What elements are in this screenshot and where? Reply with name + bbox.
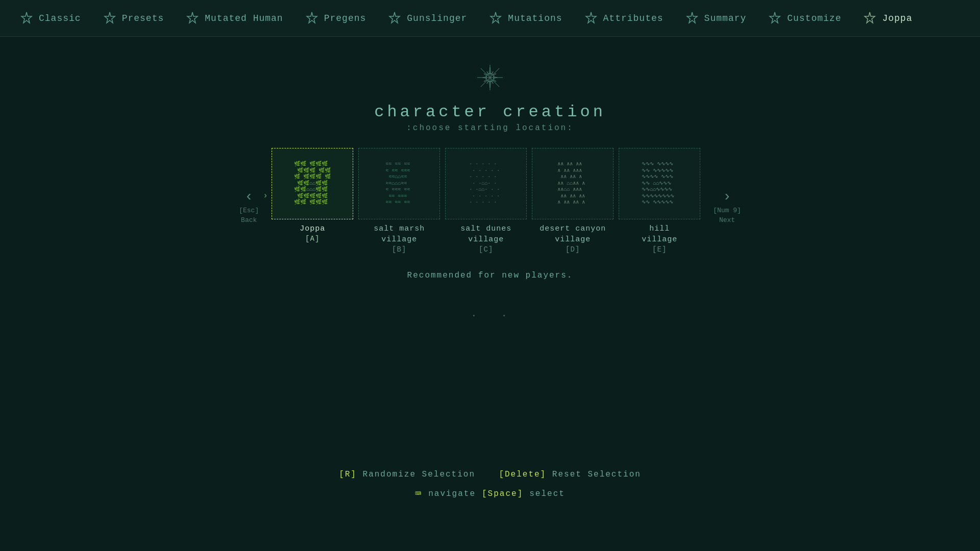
selection-arrow-icon: › bbox=[263, 191, 268, 201]
svg-marker-1 bbox=[105, 12, 115, 23]
nav-item-presets[interactable]: Presets bbox=[93, 6, 173, 31]
navigate-label: navigate bbox=[428, 489, 476, 498]
svg-marker-9 bbox=[865, 12, 875, 23]
nav-classic-label: Classic bbox=[39, 13, 81, 23]
randomize-key-bracket: [R] bbox=[339, 470, 357, 479]
joppa-icon bbox=[862, 10, 878, 27]
nav-item-attributes[interactable]: Attributes bbox=[575, 6, 672, 31]
nav-joppa-label: Joppa bbox=[882, 13, 912, 23]
next-label: Next bbox=[719, 216, 735, 224]
nav-item-customize[interactable]: Customize bbox=[758, 6, 849, 31]
nav-mutations-label: Mutations bbox=[508, 13, 562, 23]
navigate-row: ⌨ navigate [Space] select bbox=[0, 487, 980, 500]
salt-dunes-map: · · · · · · · · · · · · · · · · ·⌂⌂· · ·… bbox=[445, 148, 527, 219]
classic-icon bbox=[18, 10, 35, 27]
attributes-icon bbox=[583, 10, 599, 27]
nav-mutated-human-label: Mutated Human bbox=[205, 13, 283, 23]
svg-marker-6 bbox=[586, 12, 596, 23]
nav-item-summary[interactable]: Summary bbox=[676, 6, 755, 31]
nav-pregens-label: Pregens bbox=[324, 13, 366, 23]
location-salt-dunes[interactable]: · · · · · · · · · · · · · · · · ·⌂⌂· · ·… bbox=[443, 148, 529, 255]
controls-randomize-reset: [R] Randomize Selection [Delete] Reset S… bbox=[0, 470, 980, 479]
desert-canyon-map: ∧∧ ∧∧ ∧∧ ∧ ∧∧ ∧∧∧ ∧∧ ∧∧ ∧ ∧∧ ⌂⌂∧∧ ∧ ∧∧⌂⌂… bbox=[532, 148, 614, 219]
loading-indicator: · · bbox=[471, 311, 509, 321]
svg-marker-8 bbox=[770, 12, 780, 23]
nav-summary-label: Summary bbox=[704, 13, 747, 23]
nav-customize-label: Customize bbox=[787, 13, 841, 23]
num-key: [Num 9] bbox=[713, 207, 741, 214]
pregens-icon bbox=[304, 10, 320, 27]
recommendation-text: Recommended for new players. bbox=[407, 271, 573, 280]
space-key: [Space] bbox=[482, 489, 523, 498]
mutated-human-icon bbox=[184, 10, 201, 27]
svg-marker-4 bbox=[389, 12, 400, 23]
nav-item-pregens[interactable]: Pregens bbox=[296, 6, 375, 31]
select-label: select bbox=[529, 489, 565, 498]
svg-marker-2 bbox=[187, 12, 198, 23]
bottom-controls: [R] Randomize Selection [Delete] Reset S… bbox=[0, 470, 980, 500]
hill-map: ∿∿∿ ∿∿∿∿ ∿∿ ∿∿∿∿∿ ∿∿∿∿ ∿∿∿ ∿∿ ⌂⌂∿∿∿ ∿∿⌂⌂… bbox=[619, 148, 700, 219]
emblem-icon bbox=[475, 62, 505, 98]
joppa-name: Joppa [A] bbox=[300, 223, 325, 244]
nav-item-gunslinger[interactable]: Gunslinger bbox=[378, 6, 475, 31]
svg-marker-3 bbox=[307, 12, 317, 23]
hill-village-name: hill village [E] bbox=[642, 223, 677, 255]
nav-item-mutations[interactable]: Mutations bbox=[479, 6, 570, 31]
locations-wrapper: ‹ [Esc] Back › 🌿🌿 🌿🌿🌿 🌿🌿🌿 🌿🌿 🌿 🌿🌿🌿 🌿 🌿🌿⌂… bbox=[229, 148, 751, 265]
location-salt-marsh[interactable]: ≈≈ ≈≈ ≈≈ ≈ ≈≈ ≈≈≈ ≈≈⌂⌂≈≈ ≈≈⌂⌂⌂≈≈ ≈ ≈≈≈ ≈… bbox=[356, 148, 443, 255]
location-joppa[interactable]: › 🌿🌿 🌿🌿🌿 🌿🌿🌿 🌿🌿 🌿 🌿🌿🌿 🌿 🌿🌿⌂⌂🌿🌿 🌿🌿⌂⌂⌂🌿🌿 🌿… bbox=[269, 148, 356, 244]
joppa-map: 🌿🌿 🌿🌿🌿 🌿🌿🌿 🌿🌿 🌿 🌿🌿🌿 🌿 🌿🌿⌂⌂🌿🌿 🌿🌿⌂⌂⌂🌿🌿 🌿🌿🌿… bbox=[272, 148, 353, 219]
gunslinger-icon bbox=[386, 10, 403, 27]
presets-icon bbox=[102, 10, 118, 27]
desert-canyon-key: [D] bbox=[540, 245, 606, 255]
back-label: Back bbox=[241, 216, 257, 224]
nav-item-classic[interactable]: Classic bbox=[10, 6, 89, 31]
nav-item-joppa[interactable]: Joppa bbox=[853, 6, 920, 31]
reset-key-bracket: [Delete] bbox=[499, 470, 546, 479]
summary-icon bbox=[684, 10, 700, 27]
nav-gunslinger-label: Gunslinger bbox=[407, 13, 467, 23]
salt-dunes-name: salt dunes village [C] bbox=[460, 223, 511, 255]
title-section: character creation :choose starting loca… bbox=[374, 103, 606, 133]
nav-back-button[interactable]: ‹ [Esc] Back bbox=[229, 148, 269, 265]
esc-key: [Esc] bbox=[239, 207, 259, 214]
salt-marsh-key: [B] bbox=[374, 245, 425, 255]
desert-canyon-name: desert canyon village [D] bbox=[540, 223, 606, 255]
right-arrow-icon: › bbox=[723, 189, 731, 205]
location-hill[interactable]: ∿∿∿ ∿∿∿∿ ∿∿ ∿∿∿∿∿ ∿∿∿∿ ∿∿∿ ∿∿ ⌂⌂∿∿∿ ∿∿⌂⌂… bbox=[616, 148, 703, 255]
left-arrow-icon: ‹ bbox=[244, 189, 253, 205]
page-subtitle: :choose starting location: bbox=[374, 123, 606, 133]
svg-marker-5 bbox=[491, 12, 501, 23]
page-title: character creation bbox=[374, 103, 606, 121]
mutations-icon bbox=[487, 10, 504, 27]
customize-icon bbox=[767, 10, 783, 27]
nav-next-button[interactable]: › [Num 9] Next bbox=[703, 148, 751, 265]
nav-item-mutated-human[interactable]: Mutated Human bbox=[176, 6, 291, 31]
salt-marsh-map: ≈≈ ≈≈ ≈≈ ≈ ≈≈ ≈≈≈ ≈≈⌂⌂≈≈ ≈≈⌂⌂⌂≈≈ ≈ ≈≈≈ ≈… bbox=[358, 148, 440, 219]
location-desert-canyon[interactable]: ∧∧ ∧∧ ∧∧ ∧ ∧∧ ∧∧∧ ∧∧ ∧∧ ∧ ∧∧ ⌂⌂∧∧ ∧ ∧∧⌂⌂… bbox=[529, 148, 616, 255]
svg-marker-7 bbox=[687, 12, 697, 23]
nav-presets-label: Presets bbox=[122, 13, 164, 23]
reset-label: Reset Selection bbox=[552, 470, 641, 479]
joppa-key: [A] bbox=[300, 234, 325, 244]
nav-attributes-label: Attributes bbox=[603, 13, 664, 23]
svg-marker-0 bbox=[21, 12, 32, 23]
main-content: character creation :choose starting loca… bbox=[0, 37, 980, 551]
hill-village-key: [E] bbox=[642, 245, 677, 255]
top-navigation: Classic Presets Mutated Human Pregens bbox=[0, 0, 980, 37]
randomize-label: Randomize Selection bbox=[363, 470, 493, 479]
navigate-keys-icon: ⌨ bbox=[415, 487, 422, 500]
salt-marsh-name: salt marsh village [B] bbox=[374, 223, 425, 255]
locations-container: › 🌿🌿 🌿🌿🌿 🌿🌿🌿 🌿🌿 🌿 🌿🌿🌿 🌿 🌿🌿⌂⌂🌿🌿 🌿🌿⌂⌂⌂🌿🌿 🌿… bbox=[269, 148, 703, 255]
loading-dots-display: · · bbox=[471, 311, 509, 321]
salt-dunes-key: [C] bbox=[460, 245, 511, 255]
